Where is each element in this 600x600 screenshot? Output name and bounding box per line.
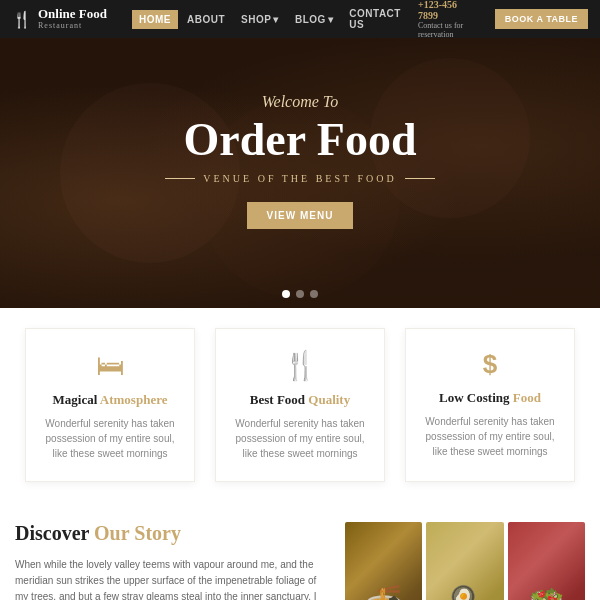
hero-welcome: Welcome To: [0, 93, 600, 111]
logo-icon: 🍴: [12, 10, 32, 29]
feature-card-quality: 🍴 Best Food Quality Wonderful serenity h…: [215, 328, 385, 482]
nav-item-contact[interactable]: CONTACT US: [342, 4, 408, 34]
atmosphere-title: Magical Atmosphere: [41, 392, 179, 408]
logo: 🍴 Online Food Restaurant: [12, 7, 122, 30]
quality-title: Best Food Quality: [231, 392, 369, 408]
story-text: When while the lovely valley teems with …: [15, 557, 320, 600]
hero-dots: [282, 290, 318, 298]
nav-item-about[interactable]: ABOUT: [180, 10, 232, 29]
nav-links: HOME ABOUT SHOP ▾ BLOG ▾ CONTACT US: [132, 4, 408, 34]
story-heading: Discover Our Story: [15, 522, 320, 545]
hero-subtitle: VENUE OF THE BEST FOOD: [0, 173, 600, 184]
navbar: 🍴 Online Food Restaurant HOME ABOUT SHOP…: [0, 0, 600, 38]
nav-item-shop[interactable]: SHOP ▾: [234, 10, 286, 29]
dot-1[interactable]: [282, 290, 290, 298]
quality-desc: Wonderful serenity has taken possession …: [231, 416, 369, 461]
brand-sub: Restaurant: [38, 22, 107, 31]
features-section: 🛏 Magical Atmosphere Wonderful serenity …: [0, 308, 600, 502]
cost-title: Low Costing Food: [421, 390, 559, 406]
view-menu-button[interactable]: VIEW MENU: [247, 202, 354, 229]
food-image-2: [426, 522, 503, 600]
story-section: Discover Our Story When while the lovely…: [0, 502, 600, 600]
phone-area: +123-456 7899 Contact us for reservation: [418, 0, 477, 39]
food-image-3: [508, 522, 585, 600]
food-image-1: [345, 522, 422, 600]
dot-2[interactable]: [296, 290, 304, 298]
dot-3[interactable]: [310, 290, 318, 298]
quality-icon: 🍴: [231, 349, 369, 382]
feature-card-cost: $ Low Costing Food Wonderful serenity ha…: [405, 328, 575, 482]
hero-title: Order Food: [0, 117, 600, 163]
cost-desc: Wonderful serenity has taken possession …: [421, 414, 559, 459]
book-table-button[interactable]: BOOK A TABLE: [495, 9, 588, 29]
feature-card-atmosphere: 🛏 Magical Atmosphere Wonderful serenity …: [25, 328, 195, 482]
nav-item-blog[interactable]: BLOG ▾: [288, 10, 340, 29]
brand-name: Online Food: [38, 7, 107, 21]
cost-icon: $: [421, 349, 559, 380]
story-images: [345, 522, 585, 600]
contact-text: Contact us for reservation: [418, 21, 477, 39]
atmosphere-desc: Wonderful serenity has taken possession …: [41, 416, 179, 461]
nav-item-home[interactable]: HOME: [132, 10, 178, 29]
atmosphere-icon: 🛏: [41, 349, 179, 382]
hero-section: Welcome To Order Food VENUE OF THE BEST …: [0, 38, 600, 308]
phone-number: +123-456 7899: [418, 0, 477, 21]
story-left: Discover Our Story When while the lovely…: [15, 522, 330, 600]
hero-content: Welcome To Order Food VENUE OF THE BEST …: [0, 38, 600, 229]
